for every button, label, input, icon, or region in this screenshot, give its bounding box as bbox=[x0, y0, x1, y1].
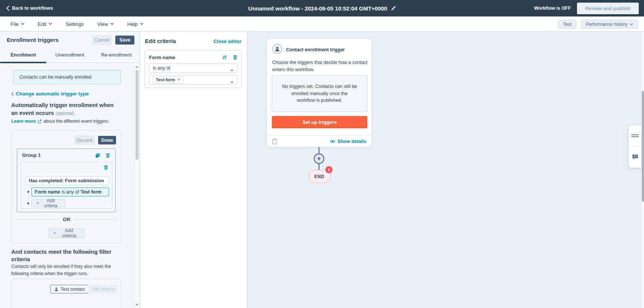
canvas-tools-panel bbox=[629, 125, 641, 168]
manual-enrollment-info-text: Contacts can be manually enrolled bbox=[19, 74, 91, 80]
chevron-down-icon bbox=[140, 23, 143, 25]
plus-icon: + bbox=[36, 201, 39, 206]
menu-help[interactable]: Help bbox=[127, 21, 143, 27]
clone-group-icon[interactable] bbox=[94, 152, 100, 158]
add-step-button[interactable]: + bbox=[314, 153, 324, 164]
tag-label: Test form bbox=[156, 77, 175, 82]
delete-trigger-icon[interactable] bbox=[103, 164, 109, 170]
comments-button[interactable] bbox=[629, 146, 641, 167]
done-button[interactable]: Done bbox=[98, 136, 116, 144]
property-actions bbox=[222, 55, 237, 60]
menubar-right-group: Test Performance history bbox=[558, 16, 638, 32]
workflow-editor-app: Back to workflows Unnamed workflow - 202… bbox=[0, 0, 644, 308]
test-contact-label: Test contact bbox=[61, 287, 85, 292]
workflow-title-text: Unnamed workflow - 2024-09-05 10:52:04 G… bbox=[248, 5, 387, 12]
selected-criterion-box[interactable]: Form name is any of Test form bbox=[31, 187, 109, 196]
change-trigger-type-link[interactable]: Change automatic trigger type bbox=[11, 91, 89, 97]
trigger-criteria-box: Has completed: Form submission Form name… bbox=[21, 162, 112, 209]
filter-criteria-card: Test contact Edit criteria bbox=[11, 279, 121, 308]
close-editor-link[interactable]: Close editor bbox=[213, 39, 242, 44]
clipboard-icon[interactable] bbox=[272, 138, 277, 144]
plus-icon: + bbox=[53, 231, 56, 236]
chevron-down-icon bbox=[230, 79, 234, 85]
tab-unenrollment[interactable]: Unenrollment bbox=[46, 47, 93, 62]
menu-file-label: File bbox=[10, 21, 19, 27]
or-label: OR bbox=[63, 217, 71, 222]
operator-select[interactable]: is any of bbox=[149, 63, 237, 73]
learn-more-link[interactable]: Learn more bbox=[11, 119, 36, 124]
criterion-bullet bbox=[27, 202, 29, 204]
filter-criteria-description: Contacts will only be enrolled if they a… bbox=[11, 263, 122, 277]
change-trigger-type-label: Change automatic trigger type bbox=[16, 91, 89, 97]
scroll-down-arrow[interactable] bbox=[135, 302, 139, 307]
test-button[interactable]: Test bbox=[558, 20, 576, 28]
criterion-value: Test form bbox=[80, 189, 101, 195]
grid-dots-icon bbox=[632, 134, 639, 138]
discard-button[interactable]: Discard bbox=[75, 136, 94, 144]
canvas-scrollbar[interactable] bbox=[641, 32, 644, 308]
chevron-down-icon bbox=[230, 67, 234, 73]
left-panel-scrollbar[interactable] bbox=[134, 63, 139, 308]
learn-more-row: Learn more about the different event tri… bbox=[11, 119, 109, 124]
contact-enrollment-trigger-card[interactable]: Contact enrollment trigger Choose the tr… bbox=[267, 39, 372, 147]
chevron-down-icon bbox=[630, 23, 633, 25]
delete-criterion-icon[interactable] bbox=[233, 55, 237, 60]
operator-value: is any of bbox=[153, 65, 170, 71]
top-navbar: Back to workflows Unnamed workflow - 202… bbox=[0, 0, 644, 16]
trigger-event-label: Has completed: Form submission bbox=[29, 178, 104, 183]
divider-line bbox=[74, 219, 117, 220]
group-title: Group 1 bbox=[22, 152, 41, 158]
edit-criteria-button-disabled[interactable]: Edit criteria bbox=[88, 285, 118, 293]
remove-tag-icon[interactable]: × bbox=[178, 77, 180, 82]
contact-icon bbox=[54, 287, 58, 292]
show-details-link[interactable]: Show details bbox=[330, 139, 366, 144]
test-contact-button[interactable]: Test contact bbox=[50, 285, 89, 293]
show-details-label: Show details bbox=[338, 139, 366, 144]
left-panel-scroll-thumb[interactable] bbox=[136, 70, 139, 160]
review-and-publish-button[interactable]: Review and publish bbox=[577, 3, 639, 14]
property-header-row: Form name bbox=[149, 54, 237, 60]
property-label: Form name bbox=[149, 55, 222, 60]
back-to-workflows-link[interactable]: Back to workflows bbox=[6, 0, 53, 16]
menu-edit[interactable]: Edit bbox=[38, 21, 52, 27]
save-button[interactable]: Save bbox=[115, 36, 134, 45]
set-up-triggers-button[interactable]: Set up triggers bbox=[272, 116, 367, 128]
editor-menubar: File Edit Settings View Help Test Perf bbox=[0, 16, 644, 32]
tab-enrollment[interactable]: Enrollment bbox=[0, 47, 46, 62]
external-link-icon bbox=[37, 119, 42, 123]
value-multiselect[interactable]: Test form × bbox=[149, 75, 237, 85]
workflow-status-label: Workflow is OFF bbox=[534, 6, 571, 11]
edit-criteria-panel: Edit criteria Close editor Form name is … bbox=[140, 32, 247, 308]
menu-settings[interactable]: Settings bbox=[66, 21, 84, 27]
add-criteria-group-label: Add criteria bbox=[58, 228, 80, 238]
end-warning-badge: 1 bbox=[325, 166, 332, 173]
comment-icon bbox=[632, 154, 638, 160]
edit-title-pencil-icon[interactable] bbox=[391, 6, 396, 11]
trigger-event-box[interactable]: Has completed: Form submission bbox=[25, 176, 109, 185]
criterion-operator: is any of bbox=[61, 189, 79, 195]
menu-items: File Edit Settings View Help bbox=[0, 21, 143, 27]
delete-group-icon[interactable] bbox=[105, 152, 111, 158]
change-property-icon[interactable] bbox=[222, 55, 227, 60]
no-triggers-text: No triggers set. Contacts can still be e… bbox=[282, 83, 357, 104]
canvas-scroll-thumb[interactable] bbox=[642, 91, 644, 202]
add-criteria-button[interactable]: + Add criteria bbox=[31, 199, 65, 207]
chevron-down-icon bbox=[21, 23, 24, 25]
add-criteria-group-button[interactable]: + Add criteria bbox=[48, 228, 85, 238]
back-label: Back to workflows bbox=[12, 6, 53, 11]
minimap-button[interactable] bbox=[629, 125, 641, 146]
scroll-up-arrow[interactable] bbox=[135, 64, 139, 69]
end-label: END bbox=[315, 174, 325, 179]
menu-file[interactable]: File bbox=[10, 21, 24, 27]
criteria-connector-line bbox=[28, 193, 28, 202]
performance-history-button[interactable]: Performance history bbox=[581, 20, 638, 28]
cancel-button[interactable]: Cancel bbox=[92, 36, 112, 45]
menu-view[interactable]: View bbox=[97, 21, 114, 27]
divider-line bbox=[16, 219, 59, 220]
tab-re-enrollment[interactable]: Re-enrollment bbox=[93, 47, 140, 62]
edit-criteria-title: Edit criteria bbox=[145, 38, 176, 44]
menu-view-label: View bbox=[97, 21, 108, 27]
learn-more-rest: about the different event triggers. bbox=[43, 119, 109, 124]
add-criteria-label: Add criteria bbox=[41, 198, 60, 208]
plus-icon: + bbox=[317, 155, 321, 162]
